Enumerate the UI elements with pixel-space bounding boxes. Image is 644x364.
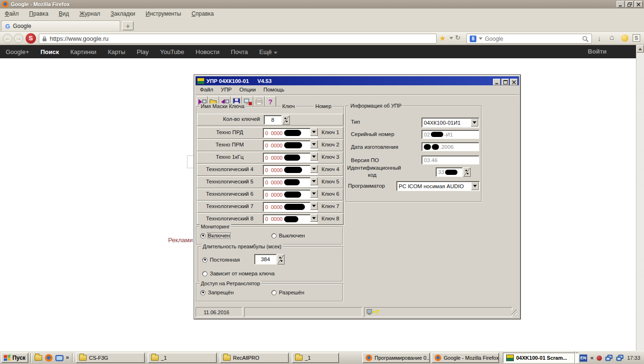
print-button[interactable] <box>253 96 265 107</box>
dropdown-arrow-icon[interactable] <box>310 214 318 222</box>
dialog-minimize-button[interactable] <box>493 79 501 85</box>
programmer-combo[interactable]: PC ICOM носимая AUDIO <box>396 181 480 191</box>
menu-history[interactable]: Журнал <box>80 10 100 17</box>
page-scrollbar[interactable] <box>636 45 644 351</box>
gnav-play[interactable]: Play <box>137 48 149 55</box>
menu-view[interactable]: Вид <box>59 10 69 17</box>
radio-constant-icon[interactable] <box>202 257 207 263</box>
signin-link[interactable]: Войти <box>588 45 607 58</box>
dmenu-help[interactable]: Помощь <box>259 86 288 94</box>
preamble-depends-option[interactable]: Зависит от номера ключа <box>202 271 275 276</box>
language-indicator[interactable]: EN <box>580 355 587 362</box>
key-combo[interactable]: 0 0000 <box>263 153 318 163</box>
radio-off-icon[interactable] <box>271 233 277 238</box>
resize-grip[interactable] <box>511 309 517 315</box>
help-button[interactable]: ? <box>265 96 276 107</box>
taskbar-button-programming[interactable]: Программирование 0... <box>362 353 430 363</box>
menu-bookmarks[interactable]: Закладки <box>111 10 135 17</box>
scroll-up-button[interactable] <box>636 45 644 53</box>
dropdown-arrow-icon[interactable] <box>310 128 318 136</box>
radio-depends-icon[interactable] <box>202 271 207 276</box>
search-engine-icon[interactable]: 8 <box>470 36 476 42</box>
tray-collapse-chevron[interactable]: « <box>590 355 594 361</box>
tray-record-icon[interactable] <box>597 355 602 361</box>
url-bar[interactable]: https://www.google.ru <box>39 34 437 44</box>
dmenu-options[interactable]: Опции <box>236 86 260 94</box>
dropdown-arrow-icon[interactable] <box>310 140 318 148</box>
dialog-titlebar[interactable]: УПР 04ХК100-01 V4.53 <box>196 76 519 85</box>
key-combo[interactable]: 0 0000 <box>263 128 318 138</box>
menu-file[interactable]: Файл <box>5 10 19 17</box>
preamble-constant-option[interactable]: Постоянная <box>202 257 240 263</box>
key-combo[interactable]: 0 0000 <box>263 177 318 187</box>
magnifier-icon[interactable] <box>582 36 589 42</box>
dialog-close-button[interactable] <box>510 79 518 85</box>
taskbar-button-1b[interactable]: _1 <box>292 353 339 363</box>
key-combo[interactable]: 0 0000 <box>263 165 318 175</box>
quicklaunch-display-icon[interactable] <box>55 354 63 362</box>
repeater-denied-option[interactable]: Запрещён <box>200 290 234 295</box>
home-icon[interactable]: ⌂ <box>609 33 614 42</box>
gnav-googleplus[interactable]: Google+ <box>6 48 29 55</box>
taskbar-button-google-firefox[interactable]: Google - Mozilla Firefox <box>431 353 499 363</box>
restore-button[interactable] <box>626 1 634 8</box>
taskbar-button-scrambler[interactable]: 04XK100-01 Scram... <box>503 353 579 363</box>
quicklaunch-folder-icon[interactable] <box>34 354 43 362</box>
taskbar-button-csf3g[interactable]: CS-F3G <box>76 353 145 363</box>
bookmark-star-icon[interactable]: ★ <box>439 34 446 43</box>
start-button[interactable]: Пуск <box>1 353 28 363</box>
gnav-youtube[interactable]: YouTube <box>160 48 184 55</box>
preamble-spinedit[interactable]: 384 <box>254 254 285 264</box>
new-tab-button[interactable]: + <box>122 21 134 30</box>
clock[interactable]: 17:33 <box>627 355 640 361</box>
dropdown-arrow-icon[interactable] <box>471 118 478 127</box>
ad-link[interactable]: Реклами <box>168 237 193 244</box>
key-combo[interactable]: 0 0000 <box>263 214 318 224</box>
key-combo[interactable]: 0 0000 <box>263 202 318 212</box>
taskbar-button-1a[interactable]: _1 <box>148 353 217 363</box>
menu-help[interactable]: Справка <box>191 10 214 17</box>
dropdown-arrow-icon[interactable] <box>310 177 318 185</box>
s-extension-icon[interactable]: S <box>26 33 36 44</box>
close-button[interactable] <box>635 1 643 8</box>
repeater-allowed-option[interactable]: Разрешён <box>271 290 304 295</box>
monitoring-on-option[interactable]: Включен <box>200 233 230 238</box>
s-toolbar-icon[interactable]: S <box>633 34 640 42</box>
dialog-maximize-button[interactable] <box>501 79 509 85</box>
preamble-value[interactable]: 384 <box>254 254 277 264</box>
bookmark-dropdown-icon[interactable] <box>449 37 453 39</box>
menu-tools[interactable]: Инструменты <box>146 10 181 17</box>
minimize-button[interactable] <box>617 1 625 8</box>
key-count-spinedit[interactable]: 8 <box>264 115 290 125</box>
tray-network-icon[interactable] <box>605 355 613 361</box>
quicklaunch-overflow-chevron[interactable]: » <box>66 354 69 361</box>
dropdown-arrow-icon[interactable] <box>310 165 318 173</box>
radio-on-icon[interactable] <box>200 233 206 238</box>
radio-allowed-icon[interactable] <box>271 290 277 295</box>
search-box[interactable]: 8 Google <box>466 34 592 44</box>
tab-google[interactable]: G Google <box>1 20 120 31</box>
search-engine-dropdown-icon[interactable] <box>479 37 483 40</box>
key-count-value[interactable]: 8 <box>264 115 282 125</box>
gnav-maps[interactable]: Карты <box>108 48 125 55</box>
taskbar-button-recallpro[interactable]: RecAllPRO <box>220 353 289 363</box>
dmenu-file[interactable]: Файл <box>196 86 217 94</box>
dmenu-upr[interactable]: УПР <box>217 86 235 94</box>
type-combo[interactable]: 04ХК100-01И1 <box>421 118 479 127</box>
quicklaunch-firefox-icon[interactable] <box>45 354 53 362</box>
gnav-news[interactable]: Новости <box>196 48 219 55</box>
dropdown-arrow-icon[interactable] <box>310 190 318 198</box>
gnav-search[interactable]: Поиск <box>41 48 59 55</box>
gnav-more[interactable]: Ещё <box>259 48 277 55</box>
back-button[interactable]: ← <box>3 34 12 43</box>
radio-denied-icon[interactable] <box>200 290 206 295</box>
spinner-button[interactable] <box>277 254 285 264</box>
menu-edit[interactable]: Правка <box>29 10 49 17</box>
gnav-images[interactable]: Картинки <box>71 48 97 55</box>
spinner-button[interactable] <box>282 115 290 125</box>
key-combo[interactable]: 0 0000 <box>263 140 318 150</box>
reload-icon[interactable]: ↻ <box>455 34 461 41</box>
id-code-spinedit[interactable]: 33 <box>436 167 471 177</box>
tray-network-icon[interactable] <box>616 355 624 361</box>
spinner-button[interactable] <box>463 167 471 177</box>
